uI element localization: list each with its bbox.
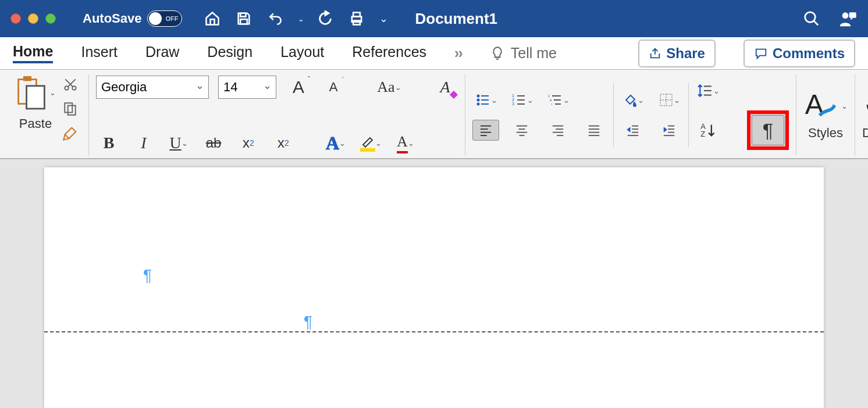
increase-indent-icon bbox=[661, 124, 677, 137]
svg-text:Z: Z bbox=[700, 130, 705, 138]
sort-button[interactable]: AZ bbox=[695, 120, 721, 141]
paste-label: Paste bbox=[19, 116, 52, 131]
multilevel-list-button[interactable]: 1ai bbox=[545, 90, 571, 110]
tab-design[interactable]: Design bbox=[207, 44, 252, 63]
share-label: Share bbox=[666, 45, 705, 62]
font-name-select[interactable] bbox=[96, 76, 209, 99]
document-page[interactable]: ¶ ¶ bbox=[44, 167, 824, 408]
superscript-button[interactable]: x2 bbox=[271, 130, 296, 156]
tab-home[interactable]: Home bbox=[13, 43, 53, 63]
format-painter-button[interactable] bbox=[59, 123, 81, 143]
qat-customize-dropdown[interactable]: ⌄ bbox=[379, 12, 388, 25]
line-spacing-button[interactable] bbox=[695, 80, 721, 101]
decrease-indent-button[interactable] bbox=[620, 120, 646, 141]
clear-formatting-button[interactable]: A bbox=[432, 74, 458, 100]
tab-references[interactable]: References bbox=[352, 44, 426, 63]
line-spacing-icon bbox=[697, 83, 713, 98]
comments-button[interactable]: Comments bbox=[744, 40, 855, 67]
justify-button[interactable] bbox=[581, 120, 607, 141]
tab-insert[interactable]: Insert bbox=[81, 44, 118, 63]
paste-dropdown-icon[interactable]: ⌄ bbox=[49, 88, 56, 97]
grow-font-button[interactable]: Aˆ bbox=[286, 74, 311, 100]
account-icon[interactable] bbox=[838, 9, 858, 28]
font-color-button[interactable]: A bbox=[393, 130, 418, 156]
borders-button[interactable] bbox=[656, 90, 682, 110]
window-controls bbox=[10, 13, 56, 24]
repeat-icon[interactable] bbox=[315, 8, 336, 29]
shrink-font-button[interactable]: Aˇ bbox=[321, 74, 346, 100]
align-center-button[interactable] bbox=[508, 120, 535, 141]
highlighter-icon bbox=[360, 134, 375, 152]
clipboard-side-buttons bbox=[59, 74, 81, 143]
svg-rect-3 bbox=[354, 13, 361, 17]
copy-button[interactable] bbox=[59, 99, 81, 119]
styles-icon: A bbox=[803, 90, 836, 122]
tab-layout[interactable]: Layout bbox=[280, 44, 324, 63]
page-break-line bbox=[44, 331, 824, 332]
change-case-button[interactable]: Aa bbox=[376, 74, 402, 100]
multilevel-icon: 1ai bbox=[547, 93, 563, 107]
search-icon[interactable] bbox=[803, 10, 820, 27]
bullets-icon bbox=[475, 93, 491, 107]
svg-text:i: i bbox=[552, 102, 552, 106]
italic-button[interactable]: I bbox=[131, 130, 156, 156]
cut-button[interactable] bbox=[59, 74, 81, 94]
bullets-button[interactable] bbox=[472, 90, 499, 110]
svg-rect-10 bbox=[27, 86, 45, 109]
share-button[interactable]: Share bbox=[638, 40, 716, 67]
document-area: ¶ ¶ bbox=[0, 159, 868, 408]
increase-indent-button[interactable] bbox=[656, 120, 682, 141]
show-hide-marks-button[interactable]: ¶ bbox=[752, 115, 784, 145]
home-icon[interactable] bbox=[202, 8, 223, 29]
microphone-icon bbox=[863, 90, 868, 122]
paintbrush-icon bbox=[62, 124, 79, 142]
more-tabs-icon[interactable]: ›› bbox=[454, 45, 462, 62]
subscript-button[interactable]: x2 bbox=[236, 130, 261, 156]
styles-group: A ⌄ Styles bbox=[796, 74, 855, 156]
svg-rect-13 bbox=[65, 103, 72, 112]
svg-text:1: 1 bbox=[548, 94, 550, 98]
undo-icon[interactable] bbox=[265, 8, 286, 29]
dictate-label: Dictate bbox=[862, 126, 868, 141]
font-group: Aˆ Aˇ Aa A B I U ab x2 x2 A A bbox=[89, 74, 465, 156]
svg-rect-0 bbox=[241, 13, 246, 17]
dictate-button[interactable]: ⌄ bbox=[863, 90, 868, 122]
styles-dropdown-icon[interactable]: ⌄ bbox=[841, 102, 848, 110]
pilcrow-icon: ¶ bbox=[763, 119, 773, 142]
undo-dropdown[interactable]: ⌄ bbox=[298, 15, 304, 23]
font-size-select[interactable] bbox=[218, 76, 276, 99]
svg-rect-1 bbox=[241, 19, 248, 24]
quick-access-toolbar: ⌄ ⌄ bbox=[202, 8, 388, 29]
shading-button[interactable] bbox=[620, 90, 646, 110]
text-effects-button[interactable]: A bbox=[323, 130, 348, 156]
tab-draw[interactable]: Draw bbox=[145, 44, 179, 63]
styles-pane-button[interactable]: A ⌄ bbox=[803, 90, 848, 122]
paragraph-mark-1: ¶ bbox=[143, 266, 152, 285]
print-icon[interactable] bbox=[346, 8, 367, 29]
close-window-icon[interactable] bbox=[10, 13, 21, 24]
strikethrough-button[interactable]: ab bbox=[201, 130, 226, 156]
svg-text:a: a bbox=[550, 98, 552, 102]
numbering-button[interactable]: 123 bbox=[508, 90, 535, 110]
comments-label: Comments bbox=[773, 45, 845, 62]
align-left-button[interactable] bbox=[472, 120, 499, 141]
ribbon-home: ⌄ Paste Aˆ Aˇ Aa A bbox=[0, 70, 868, 159]
justify-icon bbox=[586, 124, 602, 137]
autosave-label: AutoSave bbox=[83, 11, 141, 26]
paste-button[interactable]: ⌄ Paste bbox=[15, 74, 56, 131]
highlight-button[interactable] bbox=[358, 130, 383, 156]
minimize-window-icon[interactable] bbox=[28, 13, 38, 24]
styles-label: Styles bbox=[808, 126, 843, 141]
bold-button[interactable]: B bbox=[96, 130, 122, 156]
underline-button[interactable]: U bbox=[166, 130, 191, 156]
show-hide-marks-highlight: ¶ bbox=[747, 110, 789, 150]
save-icon[interactable] bbox=[233, 8, 254, 29]
tell-me-search[interactable]: Tell me bbox=[490, 45, 557, 62]
clipboard-group: ⌄ Paste bbox=[8, 74, 89, 156]
svg-rect-14 bbox=[68, 106, 76, 115]
zoom-window-icon[interactable] bbox=[45, 13, 56, 24]
align-right-button[interactable] bbox=[545, 120, 571, 141]
autosave-toggle[interactable]: AutoSave OFF bbox=[83, 10, 182, 27]
svg-point-5 bbox=[805, 12, 816, 23]
autosave-switch[interactable]: OFF bbox=[147, 10, 182, 27]
